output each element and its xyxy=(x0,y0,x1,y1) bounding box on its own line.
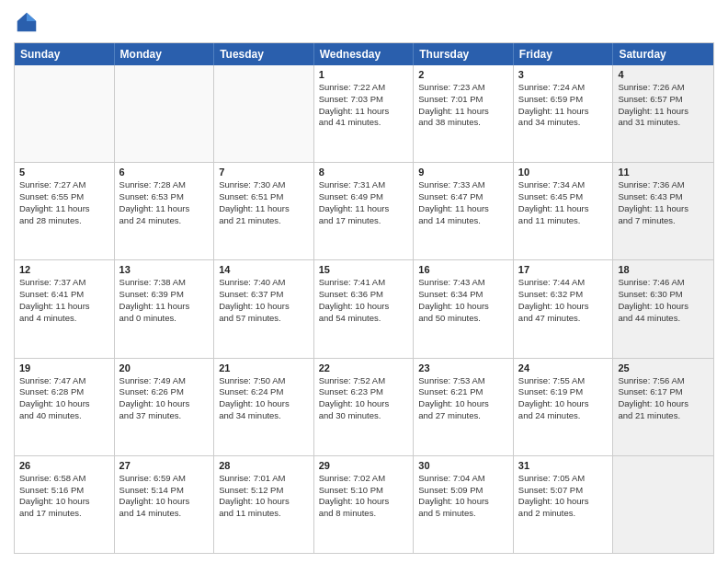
cell-line: Sunset: 6:45 PM xyxy=(518,191,609,203)
day-number: 6 xyxy=(119,167,210,178)
cal-header-friday: Friday xyxy=(514,43,614,65)
cell-line: and 5 minutes. xyxy=(418,508,508,520)
cal-row-4: 26Sunrise: 6:58 AMSunset: 5:16 PMDayligh… xyxy=(15,455,713,553)
cell-line: and 34 minutes. xyxy=(219,410,309,422)
cell-line: Daylight: 11 hours xyxy=(119,203,210,215)
day-number: 13 xyxy=(119,264,210,275)
cal-cell-day-6: 6Sunrise: 7:28 AMSunset: 6:53 PMDaylight… xyxy=(115,163,215,259)
cell-line: Sunset: 6:59 PM xyxy=(518,94,609,106)
cell-line: Sunset: 6:19 PM xyxy=(518,386,609,398)
cal-cell-day-25: 25Sunrise: 7:56 AMSunset: 6:17 PMDayligh… xyxy=(613,359,713,455)
cell-line: Daylight: 11 hours xyxy=(418,203,508,215)
day-number: 29 xyxy=(319,460,409,471)
day-number: 7 xyxy=(219,167,309,178)
cell-line: Sunrise: 7:37 AM xyxy=(19,277,109,289)
day-number: 31 xyxy=(518,460,609,471)
cell-line: and 27 minutes. xyxy=(418,410,508,422)
cell-line: Daylight: 10 hours xyxy=(418,496,508,508)
cell-line: and 50 minutes. xyxy=(418,313,508,325)
cell-line: Daylight: 10 hours xyxy=(518,301,609,313)
cell-line: and 0 minutes. xyxy=(119,313,210,325)
cal-cell-day-10: 10Sunrise: 7:34 AMSunset: 6:45 PMDayligh… xyxy=(514,163,614,259)
cell-line: Sunset: 5:10 PM xyxy=(319,485,409,497)
cell-line: Daylight: 11 hours xyxy=(119,301,210,313)
cell-line: Sunset: 6:26 PM xyxy=(119,386,210,398)
cal-cell-day-30: 30Sunrise: 7:04 AMSunset: 5:09 PMDayligh… xyxy=(414,456,514,553)
cell-line: Sunset: 6:41 PM xyxy=(19,289,109,301)
cell-line: Daylight: 10 hours xyxy=(219,496,309,508)
cal-cell-day-22: 22Sunrise: 7:52 AMSunset: 6:23 PMDayligh… xyxy=(314,359,415,455)
cal-cell-day-13: 13Sunrise: 7:38 AMSunset: 6:39 PMDayligh… xyxy=(115,260,215,357)
cal-row-0: 1Sunrise: 7:22 AMSunset: 7:03 PMDaylight… xyxy=(15,65,713,162)
cal-cell-day-1: 1Sunrise: 7:22 AMSunset: 7:03 PMDaylight… xyxy=(314,65,415,162)
cell-line: and 14 minutes. xyxy=(418,215,508,227)
day-number: 21 xyxy=(219,362,309,373)
cal-cell-day-26: 26Sunrise: 6:58 AMSunset: 5:16 PMDayligh… xyxy=(15,456,115,553)
cell-line: Sunset: 7:03 PM xyxy=(319,94,409,106)
cell-line: Sunset: 7:01 PM xyxy=(418,94,508,106)
calendar: SundayMondayTuesdayWednesdayThursdayFrid… xyxy=(14,42,714,554)
cal-cell-day-29: 29Sunrise: 7:02 AMSunset: 5:10 PMDayligh… xyxy=(314,456,415,553)
day-number: 26 xyxy=(19,460,109,471)
cell-line: and 44 minutes. xyxy=(618,313,709,325)
cal-cell-empty xyxy=(115,65,215,162)
cal-cell-day-3: 3Sunrise: 7:24 AMSunset: 6:59 PMDaylight… xyxy=(514,65,614,162)
cell-line: Sunset: 6:34 PM xyxy=(418,289,508,301)
cell-line: Sunrise: 7:05 AM xyxy=(518,473,609,485)
cell-line: Sunset: 6:57 PM xyxy=(618,94,709,106)
svg-marker-1 xyxy=(27,13,36,21)
cal-cell-day-31: 31Sunrise: 7:05 AMSunset: 5:07 PMDayligh… xyxy=(514,456,614,553)
cell-line: Sunrise: 7:55 AM xyxy=(518,375,609,387)
cell-line: and 21 minutes. xyxy=(219,215,309,227)
cell-line: Sunset: 6:17 PM xyxy=(618,386,709,398)
cell-line: Sunrise: 7:22 AM xyxy=(319,82,409,94)
cell-line: Daylight: 10 hours xyxy=(319,398,409,410)
cell-line: Daylight: 11 hours xyxy=(418,106,508,118)
cell-line: and 34 minutes. xyxy=(518,117,609,129)
cal-cell-day-5: 5Sunrise: 7:27 AMSunset: 6:55 PMDaylight… xyxy=(15,163,115,259)
cell-line: Daylight: 10 hours xyxy=(518,496,609,508)
cell-line: and 8 minutes. xyxy=(319,508,409,520)
cal-header-sunday: Sunday xyxy=(15,43,115,65)
cell-line: and 17 minutes. xyxy=(319,215,409,227)
cal-header-saturday: Saturday xyxy=(613,43,713,65)
cell-line: Sunrise: 7:34 AM xyxy=(518,179,609,191)
day-number: 28 xyxy=(219,460,309,471)
cell-line: Sunset: 5:14 PM xyxy=(119,485,210,497)
cell-line: Sunrise: 7:28 AM xyxy=(119,179,210,191)
cell-line: and 57 minutes. xyxy=(219,313,309,325)
cell-line: Daylight: 11 hours xyxy=(518,106,609,118)
day-number: 8 xyxy=(319,167,409,178)
day-number: 2 xyxy=(418,69,508,80)
cal-cell-empty xyxy=(15,65,115,162)
cal-cell-empty xyxy=(613,456,713,553)
day-number: 18 xyxy=(618,264,709,275)
cell-line: Sunrise: 7:30 AM xyxy=(219,179,309,191)
cal-cell-day-7: 7Sunrise: 7:30 AMSunset: 6:51 PMDaylight… xyxy=(214,163,314,259)
cell-line: Sunrise: 7:26 AM xyxy=(618,82,709,94)
cell-line: Sunrise: 7:41 AM xyxy=(319,277,409,289)
day-number: 22 xyxy=(319,362,409,373)
cell-line: Sunset: 5:12 PM xyxy=(219,485,309,497)
cal-header-monday: Monday xyxy=(115,43,215,65)
day-number: 4 xyxy=(618,69,709,80)
cal-cell-day-28: 28Sunrise: 7:01 AMSunset: 5:12 PMDayligh… xyxy=(214,456,314,553)
day-number: 10 xyxy=(518,167,609,178)
cal-row-3: 19Sunrise: 7:47 AMSunset: 6:28 PMDayligh… xyxy=(15,358,713,455)
cell-line: Sunset: 6:23 PM xyxy=(319,386,409,398)
cell-line: Sunrise: 7:38 AM xyxy=(119,277,210,289)
cell-line: Daylight: 10 hours xyxy=(618,398,709,410)
cell-line: Daylight: 10 hours xyxy=(19,496,109,508)
cell-line: Sunset: 6:28 PM xyxy=(19,386,109,398)
cal-cell-day-27: 27Sunrise: 6:59 AMSunset: 5:14 PMDayligh… xyxy=(115,456,215,553)
cell-line: Sunset: 6:53 PM xyxy=(119,191,210,203)
calendar-header-row: SundayMondayTuesdayWednesdayThursdayFrid… xyxy=(15,43,713,65)
cal-cell-day-23: 23Sunrise: 7:53 AMSunset: 6:21 PMDayligh… xyxy=(414,359,514,455)
cal-cell-day-20: 20Sunrise: 7:49 AMSunset: 6:26 PMDayligh… xyxy=(115,359,215,455)
cell-line: Sunrise: 6:58 AM xyxy=(19,473,109,485)
cell-line: Daylight: 11 hours xyxy=(19,301,109,313)
cal-cell-day-15: 15Sunrise: 7:41 AMSunset: 6:36 PMDayligh… xyxy=(314,260,415,357)
cell-line: Sunset: 6:49 PM xyxy=(319,191,409,203)
cell-line: Sunset: 5:09 PM xyxy=(418,485,508,497)
cell-line: Daylight: 10 hours xyxy=(119,398,210,410)
